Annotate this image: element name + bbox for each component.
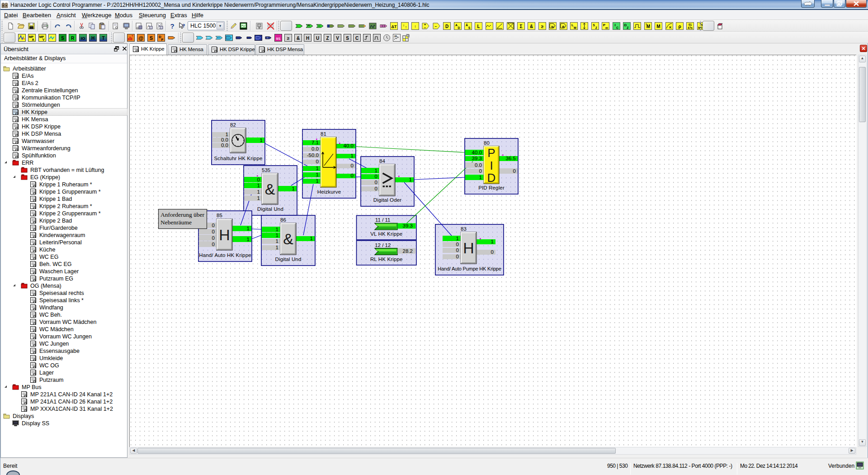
- svg-text:82: 82: [230, 122, 236, 128]
- svg-text:Σ: Σ: [519, 24, 522, 28]
- svg-text:1: 1: [257, 195, 260, 201]
- svg-text:0: 0: [351, 163, 354, 168]
- svg-text:Heizkurve: Heizkurve: [317, 189, 341, 195]
- svg-text:85: 85: [217, 213, 222, 218]
- svg-text:0.0: 0.0: [221, 137, 228, 142]
- svg-text:Hand/ Auto HK Krippe: Hand/ Auto HK Krippe: [199, 252, 251, 258]
- svg-text:1: 1: [257, 183, 260, 188]
- svg-text:IO: IO: [80, 36, 85, 41]
- svg-text:1: 1: [316, 172, 319, 177]
- svg-text:D: D: [458, 26, 460, 29]
- svg-text:C: C: [616, 26, 618, 29]
- svg-text:H: H: [463, 239, 474, 256]
- svg-text:1: 1: [456, 236, 459, 241]
- svg-text:U: U: [316, 36, 319, 41]
- svg-text:0: 0: [375, 186, 377, 191]
- svg-text:11 / 11: 11 / 11: [375, 217, 390, 223]
- svg-text:83: 83: [461, 226, 467, 232]
- svg-text:&: &: [530, 24, 533, 28]
- svg-text:I: I: [614, 23, 615, 27]
- svg-text:N: N: [552, 25, 554, 28]
- svg-text:↓: ↓: [402, 23, 405, 27]
- svg-text:0: 0: [375, 180, 377, 185]
- svg-text:M: M: [574, 26, 576, 29]
- svg-text:0: 0: [375, 174, 377, 179]
- svg-text:1: 1: [276, 233, 278, 238]
- svg-text:M: M: [646, 24, 650, 29]
- svg-text:39.3: 39.3: [472, 156, 482, 161]
- svg-text:0.0: 0.0: [311, 146, 319, 152]
- svg-text:H: H: [219, 226, 230, 243]
- svg-text:1: 1: [351, 153, 354, 158]
- svg-text:0: 0: [212, 235, 215, 241]
- svg-text:A: A: [32, 38, 34, 41]
- svg-text:1: 1: [409, 177, 412, 182]
- svg-text:A: A: [455, 23, 457, 26]
- svg-text:V: V: [336, 36, 339, 41]
- svg-text:S: S: [61, 36, 64, 41]
- svg-text:47s: 47s: [688, 26, 693, 29]
- svg-text:7.1: 7.1: [311, 140, 319, 145]
- svg-text:&: &: [296, 36, 299, 41]
- svg-text:80: 80: [484, 140, 490, 146]
- svg-text:Digital Oder: Digital Oder: [373, 197, 402, 203]
- svg-text:@: @: [138, 35, 143, 41]
- svg-text:0: 0: [316, 159, 319, 164]
- svg-text:1: 1: [276, 238, 278, 244]
- svg-text:Z: Z: [326, 36, 329, 41]
- svg-text:R: R: [562, 25, 564, 28]
- svg-text:-50.0: -50.0: [307, 152, 319, 158]
- svg-text:L: L: [477, 24, 480, 28]
- svg-text:S: S: [468, 26, 471, 29]
- svg-text:C: C: [355, 36, 359, 41]
- svg-text:Nebenräume: Nebenräume: [160, 219, 192, 226]
- svg-text:H: H: [91, 36, 94, 41]
- svg-text:1: 1: [247, 237, 250, 242]
- svg-text:I: I: [490, 159, 493, 172]
- svg-text:JA: JA: [394, 35, 397, 38]
- svg-text:84: 84: [379, 158, 385, 164]
- svg-text:1: 1: [247, 226, 250, 231]
- svg-text:D: D: [445, 24, 448, 28]
- svg-text:P: P: [487, 146, 495, 160]
- svg-text:&: &: [265, 180, 275, 198]
- svg-text:0.0: 0.0: [475, 162, 482, 168]
- svg-text:0: 0: [491, 249, 494, 255]
- svg-text:12 / 12: 12 / 12: [375, 242, 391, 248]
- svg-text:Â: Â: [466, 23, 468, 26]
- svg-text:V: V: [42, 38, 44, 41]
- svg-text:H: H: [306, 36, 309, 41]
- svg-text:PID Regler: PID Regler: [478, 185, 505, 190]
- svg-text:≥: ≥: [287, 36, 289, 41]
- svg-text:Anforderung über: Anforderung über: [160, 211, 205, 218]
- svg-text:R: R: [71, 36, 75, 41]
- svg-text:K: K: [669, 26, 671, 29]
- svg-text:Z: Z: [627, 26, 629, 29]
- svg-text:Z: Z: [595, 26, 598, 29]
- svg-text:0.0: 0.0: [221, 142, 228, 148]
- svg-text:0: 0: [212, 229, 215, 234]
- svg-text:?: ?: [182, 23, 185, 28]
- svg-text:40.0: 40.0: [344, 143, 354, 148]
- svg-text:0: 0: [212, 242, 215, 247]
- svg-text:S: S: [149, 35, 152, 41]
- svg-text:ρ: ρ: [678, 24, 681, 28]
- svg-text:0: 0: [212, 223, 215, 228]
- svg-text:?: ?: [170, 22, 174, 30]
- svg-text:86: 86: [280, 217, 286, 223]
- svg-text:D: D: [487, 171, 496, 185]
- svg-text:Digital Und: Digital Und: [257, 206, 283, 212]
- svg-text:ID: ID: [605, 26, 609, 29]
- svg-text:0: 0: [456, 247, 459, 253]
- svg-text:1: 1: [276, 245, 278, 250]
- svg-text:ΔT: ΔT: [392, 24, 397, 28]
- svg-text:↑: ↑: [405, 25, 407, 29]
- svg-text:S: S: [346, 36, 349, 41]
- svg-text:−: −: [434, 24, 437, 28]
- svg-text:1: 1: [260, 138, 263, 143]
- svg-text:Hand/ Auto Pumpe HK Krippe: Hand/ Auto Pumpe HK Krippe: [438, 266, 501, 271]
- svg-text:VL HK Krippe: VL HK Krippe: [370, 231, 402, 237]
- svg-text:1: 1: [316, 166, 319, 171]
- svg-text:0: 0: [479, 168, 482, 174]
- svg-text:39.3: 39.3: [403, 223, 413, 228]
